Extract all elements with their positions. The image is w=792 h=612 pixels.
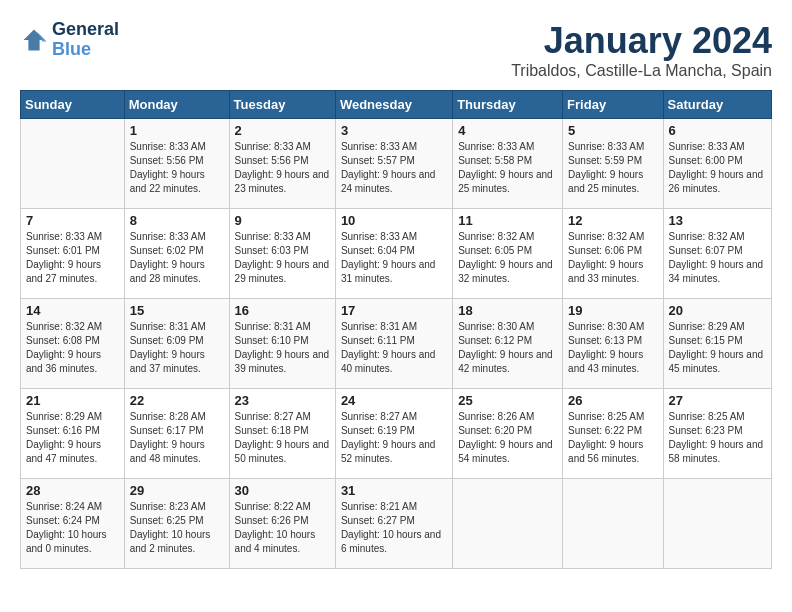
day-number: 10 [341, 213, 447, 228]
day-number: 9 [235, 213, 330, 228]
day-info: Sunrise: 8:33 AMSunset: 5:57 PMDaylight:… [341, 140, 447, 196]
calendar-cell: 21Sunrise: 8:29 AMSunset: 6:16 PMDayligh… [21, 389, 125, 479]
calendar-cell: 7Sunrise: 8:33 AMSunset: 6:01 PMDaylight… [21, 209, 125, 299]
day-number: 19 [568, 303, 657, 318]
day-info: Sunrise: 8:33 AMSunset: 6:03 PMDaylight:… [235, 230, 330, 286]
day-number: 25 [458, 393, 557, 408]
day-info: Sunrise: 8:32 AMSunset: 6:07 PMDaylight:… [669, 230, 766, 286]
day-number: 7 [26, 213, 119, 228]
day-number: 24 [341, 393, 447, 408]
day-number: 29 [130, 483, 224, 498]
calendar-cell: 9Sunrise: 8:33 AMSunset: 6:03 PMDaylight… [229, 209, 335, 299]
day-info: Sunrise: 8:27 AMSunset: 6:18 PMDaylight:… [235, 410, 330, 466]
header-thursday: Thursday [453, 91, 563, 119]
day-number: 26 [568, 393, 657, 408]
day-number: 11 [458, 213, 557, 228]
calendar-cell: 11Sunrise: 8:32 AMSunset: 6:05 PMDayligh… [453, 209, 563, 299]
day-number: 15 [130, 303, 224, 318]
calendar-cell [21, 119, 125, 209]
calendar-cell: 31Sunrise: 8:21 AMSunset: 6:27 PMDayligh… [335, 479, 452, 569]
calendar-cell: 29Sunrise: 8:23 AMSunset: 6:25 PMDayligh… [124, 479, 229, 569]
day-info: Sunrise: 8:32 AMSunset: 6:06 PMDaylight:… [568, 230, 657, 286]
day-number: 20 [669, 303, 766, 318]
day-info: Sunrise: 8:33 AMSunset: 5:56 PMDaylight:… [130, 140, 224, 196]
calendar-cell: 1Sunrise: 8:33 AMSunset: 5:56 PMDaylight… [124, 119, 229, 209]
calendar-cell: 26Sunrise: 8:25 AMSunset: 6:22 PMDayligh… [563, 389, 663, 479]
day-number: 21 [26, 393, 119, 408]
day-info: Sunrise: 8:33 AMSunset: 5:59 PMDaylight:… [568, 140, 657, 196]
week-row-0: 1Sunrise: 8:33 AMSunset: 5:56 PMDaylight… [21, 119, 772, 209]
header-friday: Friday [563, 91, 663, 119]
day-number: 16 [235, 303, 330, 318]
header-monday: Monday [124, 91, 229, 119]
day-number: 12 [568, 213, 657, 228]
day-info: Sunrise: 8:26 AMSunset: 6:20 PMDaylight:… [458, 410, 557, 466]
calendar-cell: 6Sunrise: 8:33 AMSunset: 6:00 PMDaylight… [663, 119, 771, 209]
day-info: Sunrise: 8:25 AMSunset: 6:22 PMDaylight:… [568, 410, 657, 466]
day-info: Sunrise: 8:29 AMSunset: 6:16 PMDaylight:… [26, 410, 119, 466]
day-info: Sunrise: 8:24 AMSunset: 6:24 PMDaylight:… [26, 500, 119, 556]
calendar-cell: 5Sunrise: 8:33 AMSunset: 5:59 PMDaylight… [563, 119, 663, 209]
header-tuesday: Tuesday [229, 91, 335, 119]
logo-icon [20, 26, 48, 54]
day-info: Sunrise: 8:31 AMSunset: 6:11 PMDaylight:… [341, 320, 447, 376]
title-section: January 2024 Tribaldos, Castille-La Manc… [511, 20, 772, 80]
day-number: 4 [458, 123, 557, 138]
calendar-cell: 23Sunrise: 8:27 AMSunset: 6:18 PMDayligh… [229, 389, 335, 479]
calendar-cell: 28Sunrise: 8:24 AMSunset: 6:24 PMDayligh… [21, 479, 125, 569]
logo: GeneralBlue [20, 20, 119, 60]
page-header: GeneralBlue January 2024 Tribaldos, Cast… [20, 20, 772, 80]
week-row-3: 21Sunrise: 8:29 AMSunset: 6:16 PMDayligh… [21, 389, 772, 479]
calendar-cell: 12Sunrise: 8:32 AMSunset: 6:06 PMDayligh… [563, 209, 663, 299]
day-info: Sunrise: 8:21 AMSunset: 6:27 PMDaylight:… [341, 500, 447, 556]
day-info: Sunrise: 8:31 AMSunset: 6:10 PMDaylight:… [235, 320, 330, 376]
day-number: 27 [669, 393, 766, 408]
day-info: Sunrise: 8:22 AMSunset: 6:26 PMDaylight:… [235, 500, 330, 556]
day-info: Sunrise: 8:31 AMSunset: 6:09 PMDaylight:… [130, 320, 224, 376]
calendar-cell: 30Sunrise: 8:22 AMSunset: 6:26 PMDayligh… [229, 479, 335, 569]
day-info: Sunrise: 8:33 AMSunset: 5:58 PMDaylight:… [458, 140, 557, 196]
calendar-title: January 2024 [511, 20, 772, 62]
day-number: 5 [568, 123, 657, 138]
calendar-cell: 13Sunrise: 8:32 AMSunset: 6:07 PMDayligh… [663, 209, 771, 299]
header-saturday: Saturday [663, 91, 771, 119]
week-row-4: 28Sunrise: 8:24 AMSunset: 6:24 PMDayligh… [21, 479, 772, 569]
day-number: 1 [130, 123, 224, 138]
day-info: Sunrise: 8:33 AMSunset: 6:01 PMDaylight:… [26, 230, 119, 286]
calendar-cell: 25Sunrise: 8:26 AMSunset: 6:20 PMDayligh… [453, 389, 563, 479]
day-number: 2 [235, 123, 330, 138]
day-number: 17 [341, 303, 447, 318]
day-info: Sunrise: 8:33 AMSunset: 6:02 PMDaylight:… [130, 230, 224, 286]
calendar-subtitle: Tribaldos, Castille-La Mancha, Spain [511, 62, 772, 80]
day-number: 6 [669, 123, 766, 138]
day-number: 13 [669, 213, 766, 228]
day-number: 23 [235, 393, 330, 408]
day-info: Sunrise: 8:30 AMSunset: 6:12 PMDaylight:… [458, 320, 557, 376]
day-info: Sunrise: 8:28 AMSunset: 6:17 PMDaylight:… [130, 410, 224, 466]
calendar-cell: 18Sunrise: 8:30 AMSunset: 6:12 PMDayligh… [453, 299, 563, 389]
calendar-cell: 15Sunrise: 8:31 AMSunset: 6:09 PMDayligh… [124, 299, 229, 389]
calendar-cell: 14Sunrise: 8:32 AMSunset: 6:08 PMDayligh… [21, 299, 125, 389]
day-number: 3 [341, 123, 447, 138]
calendar-cell: 2Sunrise: 8:33 AMSunset: 5:56 PMDaylight… [229, 119, 335, 209]
calendar-cell: 20Sunrise: 8:29 AMSunset: 6:15 PMDayligh… [663, 299, 771, 389]
calendar-cell: 8Sunrise: 8:33 AMSunset: 6:02 PMDaylight… [124, 209, 229, 299]
calendar-cell: 10Sunrise: 8:33 AMSunset: 6:04 PMDayligh… [335, 209, 452, 299]
header-wednesday: Wednesday [335, 91, 452, 119]
day-info: Sunrise: 8:33 AMSunset: 5:56 PMDaylight:… [235, 140, 330, 196]
calendar-cell: 4Sunrise: 8:33 AMSunset: 5:58 PMDaylight… [453, 119, 563, 209]
calendar-cell: 16Sunrise: 8:31 AMSunset: 6:10 PMDayligh… [229, 299, 335, 389]
day-info: Sunrise: 8:29 AMSunset: 6:15 PMDaylight:… [669, 320, 766, 376]
day-info: Sunrise: 8:33 AMSunset: 6:04 PMDaylight:… [341, 230, 447, 286]
calendar-cell: 17Sunrise: 8:31 AMSunset: 6:11 PMDayligh… [335, 299, 452, 389]
calendar-cell [453, 479, 563, 569]
calendar-cell: 3Sunrise: 8:33 AMSunset: 5:57 PMDaylight… [335, 119, 452, 209]
day-number: 8 [130, 213, 224, 228]
day-info: Sunrise: 8:33 AMSunset: 6:00 PMDaylight:… [669, 140, 766, 196]
day-number: 18 [458, 303, 557, 318]
day-info: Sunrise: 8:25 AMSunset: 6:23 PMDaylight:… [669, 410, 766, 466]
day-number: 22 [130, 393, 224, 408]
calendar-cell: 19Sunrise: 8:30 AMSunset: 6:13 PMDayligh… [563, 299, 663, 389]
day-info: Sunrise: 8:23 AMSunset: 6:25 PMDaylight:… [130, 500, 224, 556]
day-info: Sunrise: 8:30 AMSunset: 6:13 PMDaylight:… [568, 320, 657, 376]
